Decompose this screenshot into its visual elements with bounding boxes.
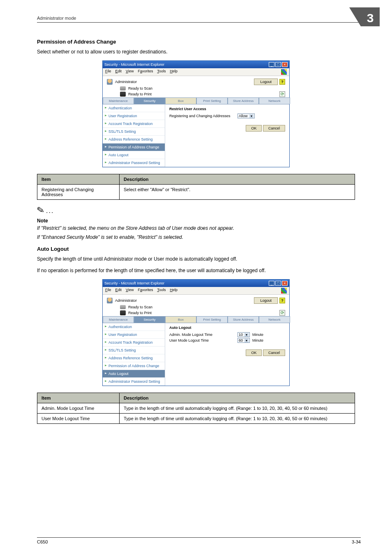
chevron-down-icon: ▾: [244, 339, 249, 342]
sidebar-item-autologout[interactable]: Auto Logout: [103, 370, 165, 378]
sidebar-item-acct[interactable]: Account Track Registration: [103, 120, 165, 128]
section2-p2: If no operation is performed for the len…: [37, 268, 355, 273]
menu-view[interactable]: View: [126, 288, 134, 294]
close-icon[interactable]: ×: [282, 281, 288, 286]
menu-file[interactable]: File: [105, 288, 111, 294]
menu-help[interactable]: Help: [170, 288, 178, 294]
th-desc: Description: [120, 174, 355, 185]
admin-label: Administrator: [115, 80, 137, 84]
sidebar-item-autologout[interactable]: Auto Logout: [103, 151, 165, 159]
unit-minute: Minute: [252, 338, 263, 342]
tab-network[interactable]: Network: [259, 97, 290, 104]
tab-network[interactable]: Network: [259, 316, 290, 323]
menu-favorites[interactable]: Favorites: [138, 69, 153, 75]
status-print: Ready to Print: [128, 311, 152, 315]
chevron-down-icon: ▾: [249, 114, 254, 118]
sidebar-item-userreg[interactable]: User Registration: [103, 112, 165, 120]
th-item: Item: [37, 174, 120, 185]
refresh-icon[interactable]: ⟳: [279, 91, 285, 97]
admin-icon: [107, 298, 113, 303]
table-row: Admin. Mode Logout Time Type in the leng…: [37, 403, 355, 414]
td-item: Registering and Changing Addresses: [37, 185, 120, 200]
sidebar-item-acct[interactable]: Account Track Registration: [103, 339, 165, 347]
sidebar-item-userreg[interactable]: User Registration: [103, 331, 165, 339]
tab-security[interactable]: Security: [134, 97, 165, 104]
td-item: User Mode Logout Time: [37, 414, 120, 424]
note-label: Note: [37, 218, 355, 224]
menu-view[interactable]: View: [126, 69, 134, 75]
tab-store[interactable]: Store Address: [228, 97, 259, 104]
sidebar-item-auth[interactable]: Authentication: [103, 323, 165, 331]
note-icon: ✎...: [37, 205, 355, 215]
sidebar-item-auth[interactable]: Authentication: [103, 104, 165, 112]
close-icon[interactable]: ×: [282, 62, 288, 67]
window-title: Security - Microsoft Internet Explorer: [104, 281, 164, 285]
refresh-icon[interactable]: ⟳: [279, 310, 285, 316]
sidebar-item-addrref[interactable]: Address Reference Setting: [103, 354, 165, 362]
sidebar-item-permaddr[interactable]: Permission of Address Change: [103, 362, 165, 370]
screenshot-autologout: Security - Microsoft Internet Explorer _…: [102, 279, 290, 386]
printer-icon: [120, 310, 126, 315]
footer-left: C650: [37, 539, 48, 544]
sidebar-item-ssl[interactable]: SSL/TLS Setting: [103, 347, 165, 354]
select-adminlogout[interactable]: 10▾: [238, 332, 250, 337]
screenshot-permission: Security - Microsoft Internet Explorer _…: [102, 60, 290, 167]
tab-security[interactable]: Security: [134, 316, 165, 323]
scanner-icon: [120, 86, 126, 90]
select-userlogout[interactable]: 60▾: [238, 338, 250, 343]
menu-edit[interactable]: Edit: [115, 69, 122, 75]
th-item: Item: [37, 393, 120, 403]
sidebar-item-permaddr[interactable]: Permission of Address Change: [103, 143, 165, 151]
table-row: Registering and Changing Addresses Selec…: [37, 185, 355, 200]
menu-file[interactable]: FFileile: [105, 69, 111, 75]
ie-logo-icon: [281, 69, 287, 75]
help-icon[interactable]: ?: [279, 79, 285, 85]
panel-title: Restrict User Access: [169, 107, 285, 111]
td-desc: Type in the length of time until automat…: [120, 414, 355, 424]
tab-box[interactable]: Box: [165, 97, 196, 104]
sidebar-item-adminpw[interactable]: Administrator Password Setting: [103, 378, 165, 386]
section1-intro: Select whether or not to allow users to …: [37, 49, 355, 55]
select-regaddr[interactable]: Allow▾: [238, 113, 255, 118]
note-text-2: If "Enhanced Security Mode" is set to en…: [37, 234, 355, 240]
td-desc: Type in the length of time until automat…: [120, 403, 355, 414]
menu-tools[interactable]: Tools: [157, 69, 166, 75]
minimize-icon[interactable]: _: [269, 62, 274, 67]
tab-box[interactable]: Box: [165, 316, 196, 323]
menu-tools[interactable]: Tools: [157, 288, 166, 294]
menu-edit[interactable]: Edit: [115, 288, 122, 294]
scanner-icon: [120, 305, 126, 309]
maximize-icon[interactable]: □: [275, 281, 281, 286]
cancel-button[interactable]: Cancel: [263, 125, 285, 132]
help-icon[interactable]: ?: [279, 298, 285, 303]
field-label-regaddr: Registering and Changing Addresses: [169, 114, 235, 118]
ie-menubar[interactable]: FFileile Edit View Favorites Tools Help: [103, 68, 289, 76]
sidebar-item-ssl[interactable]: SSL/TLS Setting: [103, 128, 165, 136]
unit-minute: Minute: [252, 333, 263, 337]
logout-button[interactable]: Logout: [254, 297, 278, 304]
th-desc: Description: [120, 393, 355, 403]
tab-maintenance[interactable]: Maintenance: [103, 97, 134, 104]
td-desc: Select either "Allow" or "Restrict".: [120, 185, 355, 200]
table-row: User Mode Logout Time Type in the length…: [37, 414, 355, 424]
tab-print[interactable]: Print Setting: [196, 316, 228, 323]
ok-button[interactable]: OK: [246, 349, 262, 356]
sidebar-item-adminpw[interactable]: Administrator Password Setting: [103, 159, 165, 167]
logout-button[interactable]: Logout: [254, 79, 278, 85]
tab-store[interactable]: Store Address: [228, 316, 259, 323]
table-autologout: Item Description Admin. Mode Logout Time…: [37, 393, 355, 424]
tab-maintenance[interactable]: Maintenance: [103, 316, 134, 323]
ie-menubar[interactable]: File Edit View Favorites Tools Help: [103, 287, 289, 295]
menu-favorites[interactable]: Favorites: [138, 288, 153, 294]
minimize-icon[interactable]: _: [269, 281, 274, 286]
cancel-button[interactable]: Cancel: [263, 349, 285, 356]
menu-help[interactable]: Help: [170, 69, 178, 75]
sidebar-item-addrref[interactable]: Address Reference Setting: [103, 136, 165, 143]
section2-p1: Specify the length of time until Adminis…: [37, 256, 355, 262]
admin-icon: [107, 79, 113, 85]
maximize-icon[interactable]: □: [275, 62, 281, 67]
ok-button[interactable]: OK: [246, 125, 262, 132]
footer-right: 3-34: [352, 539, 361, 544]
tab-print[interactable]: Print Setting: [196, 97, 228, 104]
td-item: Admin. Mode Logout Time: [37, 403, 120, 414]
